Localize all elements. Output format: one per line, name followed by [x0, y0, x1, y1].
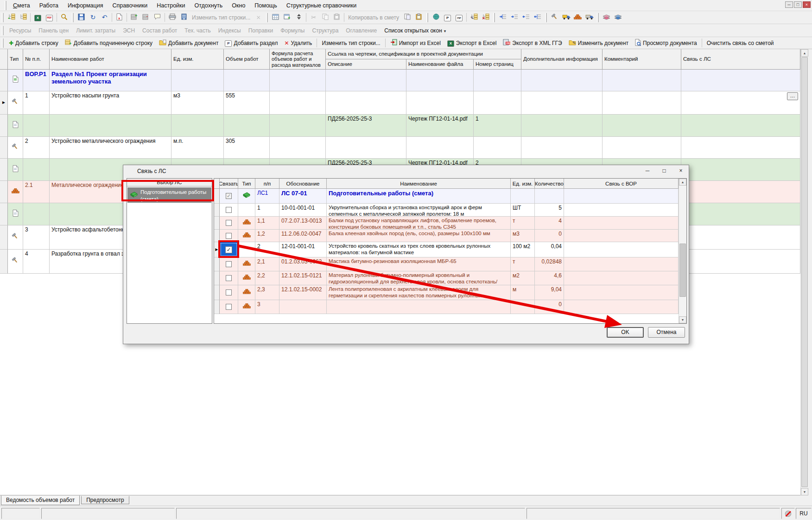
- ls-cell-check[interactable]: ✓: [220, 242, 238, 257]
- indent-start-button[interactable]: [497, 12, 508, 23]
- ls-cell-check[interactable]: [220, 257, 238, 271]
- ls-cell-qty[interactable]: 4,6: [535, 271, 564, 285]
- machine-truck-button[interactable]: [561, 12, 571, 23]
- cell-extra[interactable]: [521, 115, 603, 137]
- cell-num[interactable]: 1: [23, 91, 50, 115]
- ls-cell-name[interactable]: Устройство кровель скатных из трех слоев…: [327, 242, 511, 257]
- menu-item-3[interactable]: Информация: [63, 1, 108, 10]
- cell-desc[interactable]: [326, 91, 406, 115]
- ls-cell-pp[interactable]: 2,2: [255, 271, 279, 285]
- action-button-4[interactable]: PДобавить раздел: [222, 38, 281, 48]
- action-button-2[interactable]: +Добавить подчиненную строку: [62, 38, 156, 48]
- cell-link-ls[interactable]: [681, 137, 800, 159]
- language-indicator[interactable]: RU: [796, 508, 812, 519]
- ls-row-2[interactable]: 110-01-001-01Укрупнительная сборка и уст…: [214, 204, 686, 217]
- table-button[interactable]: [270, 12, 281, 23]
- unindent-button[interactable]: [520, 12, 531, 23]
- ls-cell-qty[interactable]: 4: [535, 217, 564, 230]
- ls-row-3[interactable]: 1,107.2.07.13-0013Балки под установку на…: [214, 217, 686, 230]
- building-button[interactable]: [178, 12, 189, 23]
- cell-file[interactable]: [406, 137, 474, 159]
- ls-cell-code[interactable]: 12-01-001-01: [279, 242, 327, 257]
- panel-item-3[interactable]: Лимит. затраты: [72, 27, 119, 34]
- cell-file[interactable]: [406, 91, 474, 115]
- ls-row-7[interactable]: 2,212.1.02.15-0121Материал рулонный биту…: [214, 271, 686, 285]
- ls-cell-pp[interactable]: 1: [255, 204, 279, 217]
- open-windows-dropdown[interactable]: Список открытых окон▾: [381, 27, 450, 34]
- cell-link-ls[interactable]: [681, 181, 800, 203]
- indent-right-button[interactable]: [532, 12, 543, 23]
- menu-item-9[interactable]: Структурные справочники: [282, 1, 362, 10]
- copy-button[interactable]: [320, 12, 330, 23]
- menu-item-2[interactable]: Работа: [35, 1, 63, 10]
- ls-cell-unit[interactable]: ШТ: [511, 204, 535, 217]
- cell-num[interactable]: BOP.P1: [23, 70, 50, 91]
- work-hammer-button[interactable]: [549, 12, 560, 23]
- main-scrollbar[interactable]: ▲ ▼: [800, 49, 808, 495]
- grid-row-1[interactable]: BOP.P1Раздел №1 Проект организации земел…: [0, 70, 800, 91]
- cell-formula[interactable]: [270, 70, 326, 91]
- unlock-page-button[interactable]: x: [114, 12, 125, 23]
- ls-cell-pp[interactable]: ЛС1: [255, 189, 279, 204]
- action-button-6[interactable]: Изменить тип строки...: [318, 38, 383, 48]
- table-add-button[interactable]: +: [282, 12, 292, 23]
- dialog-minimize-icon[interactable]: ─: [642, 167, 653, 175]
- cell-volume[interactable]: 305: [224, 137, 270, 159]
- cell-comment[interactable]: [603, 137, 681, 159]
- main-scrollbar-thumb[interactable]: [801, 57, 808, 487]
- menu-item-4[interactable]: Справочники: [108, 1, 152, 10]
- paste-active-button[interactable]: [413, 12, 424, 23]
- dialog-scroll-up-icon[interactable]: ▲: [679, 179, 686, 186]
- cancel-button[interactable]: Отмена: [648, 327, 685, 338]
- cell-volume[interactable]: 555: [224, 91, 270, 115]
- action-button-7[interactable]: Импорт из Excel: [387, 38, 444, 48]
- ls-cell-check[interactable]: [220, 285, 238, 300]
- delivery-truck-button[interactable]: [584, 12, 595, 23]
- cell-file[interactable]: Чертеж ПГ12-01-14.pdf: [406, 115, 474, 137]
- undo-button[interactable]: ↶: [99, 12, 110, 23]
- action-button-1[interactable]: ✚Добавить строку: [6, 38, 62, 48]
- ls-cell-check[interactable]: ✓: [220, 189, 238, 204]
- ls-cell-pp[interactable]: 2,1: [255, 257, 279, 271]
- cell-num[interactable]: [23, 159, 50, 181]
- checkbox-checked-icon[interactable]: ✓: [226, 193, 232, 199]
- dialog-titlebar[interactable]: Связь с ЛС ─ □ ×: [123, 165, 689, 177]
- ls-cell-qty[interactable]: 9,04: [535, 285, 564, 300]
- paste-button[interactable]: [331, 12, 342, 23]
- panel-item-6[interactable]: Тех. часть: [181, 27, 214, 34]
- menu-item-8[interactable]: Помощь: [250, 1, 281, 10]
- dialog-scrollbar[interactable]: ▲ ▼: [679, 179, 686, 323]
- cell-link-ls[interactable]: [681, 225, 800, 250]
- ls-cell-code[interactable]: ЛС 07-01: [279, 189, 327, 204]
- cell-name[interactable]: Устройство металлического ограждения: [50, 137, 171, 159]
- cell-num[interactable]: 3: [23, 225, 50, 250]
- cell-pages[interactable]: [474, 70, 521, 91]
- ls-cell-name[interactable]: [327, 300, 511, 314]
- print-button[interactable]: [167, 12, 178, 23]
- cell-link-ls[interactable]: [681, 159, 800, 181]
- cell-desc[interactable]: ПД256-2025-25-3: [326, 115, 406, 137]
- cut-button[interactable]: ✂: [308, 12, 319, 23]
- ls-row-6[interactable]: 2,101.2.03.03-0062Мастика битумно-резино…: [214, 257, 686, 271]
- paste-page-button[interactable]: [402, 12, 412, 23]
- cell-comment[interactable]: [603, 91, 681, 115]
- action-button-10[interactable]: ✎Изменить документ: [565, 38, 632, 48]
- ls-cell-name[interactable]: Мастика битумно-резиновая изоляционная М…: [327, 257, 511, 271]
- ls-cell-name[interactable]: Балки под установку направляющих лифтов,…: [327, 217, 511, 230]
- minimize-button[interactable]: ─: [785, 1, 793, 8]
- panel-item-4[interactable]: ЭСН: [119, 27, 139, 34]
- tab-2[interactable]: Предпросмотр: [81, 496, 129, 504]
- layers-blue-button[interactable]: [613, 12, 623, 23]
- cell-name[interactable]: Устройство насыпи грунта: [50, 91, 171, 115]
- cell-unit[interactable]: м3: [171, 91, 224, 115]
- panel-item-9[interactable]: Формулы: [277, 27, 308, 34]
- cell-formula[interactable]: [270, 137, 326, 159]
- menubar-grip[interactable]: [5, 1, 6, 10]
- dialog-maximize-icon[interactable]: □: [659, 167, 669, 175]
- ls-cell-name[interactable]: Подготовительные работы (смета): [327, 189, 511, 204]
- cell-num[interactable]: 4: [23, 250, 50, 274]
- grid-row-4[interactable]: 2Устройство металлического ограждениям.п…: [0, 137, 800, 159]
- action-button-12[interactable]: Очистить связь со сметой: [704, 38, 777, 48]
- ls-cell-link-vor[interactable]: [564, 189, 679, 204]
- panel-item-8[interactable]: Поправки: [245, 27, 277, 34]
